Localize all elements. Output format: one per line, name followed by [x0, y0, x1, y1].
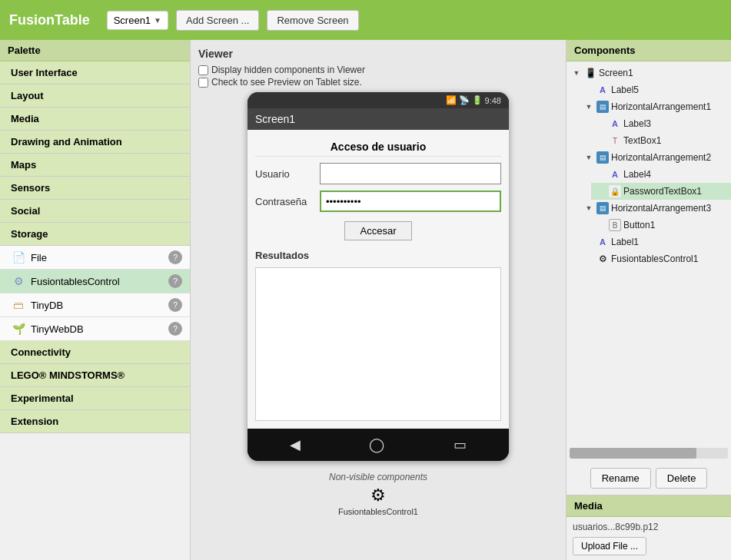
non-visible-label: Non-visible components	[198, 472, 558, 482]
password-input[interactable]	[320, 191, 501, 212]
file-icon: 📄	[11, 250, 26, 265]
label1-label: Label1	[611, 237, 639, 247]
category-layout[interactable]: Layout	[0, 84, 190, 108]
category-connectivity[interactable]: Connectivity	[0, 341, 190, 364]
fusiontables-icon: ⚙	[11, 273, 26, 289]
screen1-icon: 📱	[584, 67, 596, 79]
home-button[interactable]: ◯	[369, 436, 384, 453]
tree-item-passwordtextbox1[interactable]: 🔒 PasswordTextBox1	[591, 183, 731, 200]
textbox1-icon: T	[609, 134, 621, 147]
tree-item-fusiontablescontrol1[interactable]: ⚙ FusiontablesControl1	[579, 250, 731, 267]
toggle-ha3[interactable]: ▼	[583, 203, 594, 214]
palette-item-file[interactable]: 📄 File ?	[0, 246, 190, 270]
tree-item-button1[interactable]: B Button1	[591, 217, 731, 234]
fusiontables-label: FusiontablesControl	[31, 276, 164, 287]
hidden-components-checkbox[interactable]	[198, 65, 208, 75]
tablet-preview-checkbox-label[interactable]: Check to see Preview on Tablet size.	[198, 77, 558, 88]
tablet-preview-checkbox[interactable]	[198, 78, 208, 88]
screen-heading: Acceso de usuario	[255, 138, 501, 157]
phone-nav-bar: ◀ ◯ ▭	[248, 429, 509, 461]
palette-item-tinywebdb[interactable]: 🌱 TinyWebDB ?	[0, 317, 190, 341]
label5-icon: A	[596, 84, 609, 96]
recent-button[interactable]: ▭	[454, 436, 467, 453]
button-row: Accesar	[255, 218, 501, 244]
screen-title-text: Screen1	[255, 113, 295, 125]
app-header: FusionTable Screen1 ▼ Add Screen ... Rem…	[0, 0, 731, 40]
viewer-title: Viewer	[198, 48, 558, 60]
tree-item-ha1[interactable]: ▼ ▤ HorizontalArrangement1	[579, 98, 731, 115]
phone-mockup: 📶 📡 🔋 9:48 Screen1 Acceso de usuario Usu…	[248, 92, 509, 461]
spacer-pwd	[596, 186, 606, 197]
screen-title-bar: Screen1	[248, 108, 509, 130]
fusiontables-help-icon[interactable]: ?	[168, 274, 182, 288]
viewer-options: Display hidden components in Viewer Chec…	[198, 65, 558, 88]
media-panel: Media usuarios...8c99b.p12 Upload File .…	[567, 495, 731, 560]
tree-item-screen1[interactable]: ▼ 📱 Screen1	[567, 65, 731, 81]
ha1-label: HorizontalArrangement1	[611, 101, 711, 112]
fusiontablescontrol1-label: FusiontablesControl1	[611, 253, 698, 264]
tinydb-label: TinyDB	[31, 300, 164, 311]
tree-item-label1[interactable]: A Label1	[579, 234, 731, 250]
toggle-ha1[interactable]: ▼	[583, 101, 594, 112]
remove-screen-button[interactable]: Remove Screen	[267, 10, 358, 31]
upload-file-button[interactable]: Upload File ...	[573, 537, 646, 555]
screen-dropdown[interactable]: Screen1 ▼	[107, 11, 168, 30]
toggle-screen1[interactable]: ▼	[571, 68, 582, 78]
category-sensors[interactable]: Sensors	[0, 177, 190, 200]
fusiontablescontrol1-icon: ⚙	[596, 253, 609, 265]
back-button[interactable]: ◀	[290, 436, 301, 453]
palette-panel: Palette User Interface Layout Media Draw…	[0, 40, 191, 560]
spacer-label5	[583, 84, 594, 95]
category-experimental[interactable]: Experimental	[0, 387, 190, 410]
category-extension[interactable]: Extension	[0, 410, 190, 433]
wifi-icon: 📶	[446, 95, 457, 105]
tinywebdb-help-icon[interactable]: ?	[168, 322, 182, 336]
delete-button[interactable]: Delete	[656, 468, 708, 489]
toggle-ha2[interactable]: ▼	[583, 152, 594, 163]
category-maps[interactable]: Maps	[0, 154, 190, 177]
category-storage[interactable]: Storage	[0, 223, 190, 246]
component-tree: ▼ 📱 Screen1 A Label5 ▼ ▤ HorizontalArran…	[567, 61, 731, 270]
spacer-textbox1	[596, 135, 606, 146]
label3-label: Label3	[623, 118, 651, 129]
ha3-icon: ▤	[596, 202, 609, 214]
label4-label: Label4	[623, 169, 651, 180]
components-scrollbar[interactable]	[570, 448, 728, 459]
username-label: Usuario	[255, 168, 317, 180]
tree-item-ha2[interactable]: ▼ ▤ HorizontalArrangement2	[579, 149, 731, 166]
username-input[interactable]	[320, 163, 501, 184]
fusiontables-nonvisible-icon: ⚙	[370, 485, 386, 505]
category-social[interactable]: Social	[0, 200, 190, 223]
tinydb-help-icon[interactable]: ?	[168, 298, 182, 312]
dropdown-arrow: ▼	[154, 16, 161, 25]
tree-item-textbox1[interactable]: T TextBox1	[591, 132, 731, 149]
spacer-fusion1	[583, 253, 594, 264]
category-user-interface[interactable]: User Interface	[0, 61, 190, 84]
add-screen-button[interactable]: Add Screen ...	[176, 10, 259, 31]
tree-item-label5[interactable]: A Label5	[579, 81, 731, 98]
accesar-button[interactable]: Accesar	[344, 221, 413, 240]
signal-icon: 📡	[459, 95, 470, 105]
category-media[interactable]: Media	[0, 108, 190, 131]
hidden-components-checkbox-label[interactable]: Display hidden components in Viewer	[198, 65, 558, 75]
ha1-icon: ▤	[596, 101, 609, 113]
file-help-icon[interactable]: ?	[168, 250, 182, 264]
battery-icon: 🔋	[472, 95, 483, 105]
spacer-label3	[596, 118, 606, 129]
tree-item-label3[interactable]: A Label3	[591, 115, 731, 132]
main-layout: Palette User Interface Layout Media Draw…	[0, 40, 731, 560]
palette-item-tinydb[interactable]: 🗃 TinyDB ?	[0, 293, 190, 317]
tinydb-icon: 🗃	[11, 297, 26, 313]
spacer-btn1	[596, 220, 606, 230]
passwordtextbox1-label: PasswordTextBox1	[623, 186, 702, 197]
tree-item-ha3[interactable]: ▼ ▤ HorizontalArrangement3	[579, 200, 731, 217]
tree-item-label4[interactable]: A Label4	[591, 166, 731, 183]
rename-button[interactable]: Rename	[590, 468, 651, 489]
ha3-label: HorizontalArrangement3	[611, 203, 711, 214]
media-header: Media	[567, 495, 731, 517]
non-visible-section: Non-visible components ⚙ FusiontablesCon…	[198, 466, 558, 519]
palette-item-fusiontables[interactable]: ⚙ FusiontablesControl ?	[0, 270, 190, 293]
category-drawing[interactable]: Drawing and Animation	[0, 131, 190, 154]
spacer-label1	[583, 237, 594, 247]
category-lego[interactable]: LEGO® MINDSTORMS®	[0, 364, 190, 387]
